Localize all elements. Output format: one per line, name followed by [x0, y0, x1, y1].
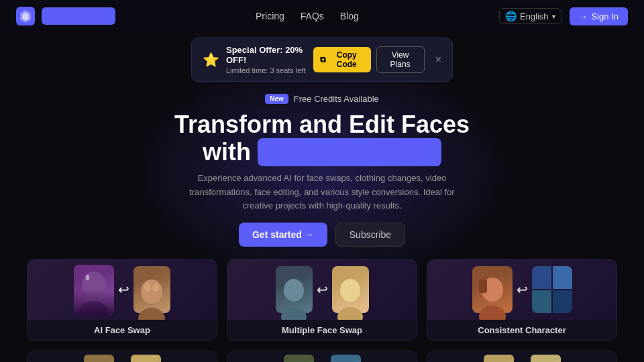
- card-consistent-character-label: Consistent Character: [427, 320, 616, 341]
- card-6-image: ↩: [427, 351, 616, 362]
- consist-cell-3: [532, 290, 551, 313]
- banner-text: Special Offer: 20% OFF! Limited time: 3 …: [226, 45, 313, 74]
- card-consistent-character[interactable]: ↩ Consistent Character: [427, 259, 617, 341]
- card-6[interactable]: ↩: [427, 351, 617, 362]
- svg-point-7: [138, 308, 165, 320]
- svg-point-10: [284, 279, 304, 302]
- man-photo-2: [331, 355, 361, 362]
- nav-pricing[interactable]: Pricing: [256, 11, 284, 21]
- consist-cell-2: [553, 266, 572, 289]
- svg-point-4: [79, 301, 109, 315]
- face-swap-photo-2: [133, 266, 170, 313]
- svg-point-15: [479, 306, 506, 320]
- mona-photo-2: [131, 355, 161, 362]
- signin-arrow-icon: →: [579, 11, 588, 21]
- language-label: English: [520, 11, 549, 21]
- hero-title: Transform and Edit Faces with: [13, 111, 631, 166]
- logo-text: [42, 7, 115, 25]
- logo-icon: [16, 7, 35, 25]
- cards-grid: ↩ AI Face Swap ↩: [0, 259, 644, 341]
- star-icon: ⭐: [203, 52, 219, 68]
- consist-photo-1: [472, 266, 513, 313]
- globe-icon: 🌐: [505, 11, 517, 21]
- close-icon[interactable]: ×: [435, 54, 441, 66]
- view-plans-label: View Plans: [390, 50, 411, 69]
- man-photo-1: [284, 355, 314, 362]
- swap-arrow-icon: ↩: [118, 282, 129, 298]
- card-ai-face-swap-label: AI Face Swap: [28, 320, 217, 341]
- nav-blog[interactable]: Blog: [340, 11, 359, 21]
- cards-grid-row2: ↩ ↩: [0, 351, 644, 362]
- hero-buttons: Get started → Subscribe: [13, 223, 631, 247]
- copy-code-button[interactable]: ⧉ Copy Code: [313, 47, 371, 72]
- card-multiple-face-swap-label: Multiple Face Swap: [227, 320, 417, 341]
- consist-photo-grid: [532, 266, 572, 313]
- svg-point-8: [144, 284, 151, 292]
- card-multiple-face-swap-image: ↩: [227, 259, 417, 320]
- offer-banner: ⭐ Special Offer: 20% OFF! Limited time: …: [191, 38, 453, 82]
- card-5-image: ↩: [227, 351, 417, 362]
- card-ai-face-swap[interactable]: ↩ AI Face Swap: [27, 259, 217, 341]
- swap-arrow-icon-2: ↩: [317, 282, 328, 298]
- copy-code-label: Copy Code: [329, 50, 364, 69]
- banner-subtitle: Limited time: 3 seats left: [226, 66, 313, 74]
- hero-subtitle: Experience advanced AI for face swaps, c…: [174, 172, 470, 213]
- banner-title: Special Offer: 20% OFF!: [226, 45, 313, 65]
- language-selector[interactable]: 🌐 English ▾: [499, 8, 561, 24]
- sign-in-button[interactable]: → Sign In: [570, 7, 628, 25]
- hero-title-highlight: [258, 138, 441, 166]
- card-4[interactable]: ↩: [27, 351, 217, 362]
- consist-cell-1: [532, 266, 551, 289]
- blonde-photo-1: [484, 355, 514, 362]
- svg-point-6: [141, 280, 162, 304]
- subscribe-label: Subscribe: [350, 229, 391, 240]
- new-badge: New: [265, 94, 288, 104]
- navbar-center: Pricing FAQs Blog: [256, 11, 359, 21]
- nav-faqs[interactable]: FAQs: [301, 11, 324, 21]
- free-credits-text: Free Credits Available: [294, 94, 379, 104]
- badge-row: New Free Credits Available: [13, 94, 631, 104]
- navbar: Pricing FAQs Blog 🌐 English ▾ → Sign In: [0, 0, 644, 32]
- mona-photo-1: [84, 355, 114, 362]
- navbar-right: 🌐 English ▾ → Sign In: [499, 7, 628, 25]
- svg-point-11: [281, 307, 307, 320]
- get-started-button[interactable]: Get started →: [239, 223, 327, 247]
- svg-point-3: [82, 272, 106, 298]
- banner-left: ⭐ Special Offer: 20% OFF! Limited time: …: [203, 45, 313, 74]
- subscribe-button[interactable]: Subscribe: [335, 223, 405, 247]
- card-multiple-face-swap[interactable]: ↩ Multiple Face Swap: [227, 259, 417, 341]
- hero-section: New Free Credits Available Transform and…: [0, 87, 644, 247]
- navbar-left: [16, 7, 115, 25]
- card-4-image: ↩: [28, 351, 217, 362]
- svg-point-13: [337, 307, 363, 320]
- card-consistent-character-image: ↩: [427, 259, 616, 320]
- copy-icon: ⧉: [320, 55, 326, 64]
- card-ai-face-swap-image: ↩: [28, 259, 217, 320]
- sign-in-label: Sign In: [592, 11, 619, 21]
- svg-point-12: [340, 279, 360, 302]
- multi-face-photo-2: [332, 266, 369, 313]
- svg-point-9: [152, 284, 159, 292]
- face-swap-photo-1: [74, 265, 114, 315]
- view-plans-button[interactable]: View Plans: [376, 46, 425, 73]
- hero-title-line1: Transform and Edit Faces: [174, 111, 470, 138]
- svg-rect-5: [86, 275, 89, 280]
- banner-actions: ⧉ Copy Code View Plans ×: [313, 46, 441, 73]
- svg-rect-16: [479, 280, 487, 293]
- chevron-down-icon: ▾: [552, 13, 555, 20]
- hero-title-prefix: with: [203, 138, 251, 166]
- card-5[interactable]: ↩: [227, 351, 417, 362]
- get-started-label: Get started →: [252, 229, 314, 240]
- swap-arrow-icon-3: ↩: [517, 282, 528, 298]
- consist-cell-4: [553, 290, 572, 313]
- blonde-photo-2: [531, 355, 561, 362]
- multi-face-photo-1: [276, 266, 313, 313]
